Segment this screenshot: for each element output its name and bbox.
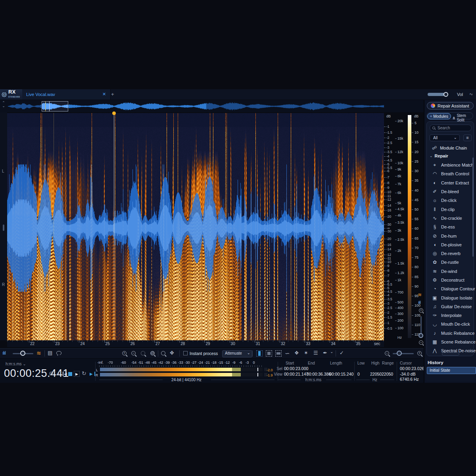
panel-resize-handle[interactable]: [442, 353, 459, 355]
comment-icon[interactable]: [56, 351, 61, 355]
zoom-reset-icon[interactable]: @: [150, 351, 155, 355]
tab-stem-split[interactable]: Stem Split: [452, 113, 473, 122]
process-mode-select[interactable]: Attenuate: [222, 350, 252, 357]
module-item-dialogue-contour[interactable]: ◔Dialogue Contour: [428, 284, 472, 293]
lasso-selection-icon[interactable]: [285, 350, 290, 357]
go-to-start-icon[interactable]: ◀: [64, 372, 67, 376]
level-meter-right[interactable]: [100, 373, 263, 376]
module-item-ambience-match[interactable]: ⌖Ambience Match: [428, 161, 472, 169]
module-list-scrollbar[interactable]: [472, 157, 474, 257]
curve-tool-icon[interactable]: [340, 350, 344, 356]
vertical-zoom-slider[interactable]: [420, 316, 422, 334]
magic-wand-icon[interactable]: [304, 350, 308, 356]
module-item-de-bleed[interactable]: ✐De-bleed: [428, 187, 472, 196]
module-item-interpolate[interactable]: ✑Interpolate: [428, 311, 472, 320]
tab-live-vocal[interactable]: Live Vocal.wav ✕: [22, 89, 111, 100]
history-item[interactable]: Initial State: [427, 367, 476, 374]
freq-range-value[interactable]: 22050: [382, 372, 393, 376]
hand-tool-icon[interactable]: [170, 350, 174, 356]
horizontal-zoom-in-icon[interactable]: +: [417, 351, 422, 355]
horizontal-zoom-out-icon[interactable]: −: [385, 351, 389, 355]
record-button[interactable]: ●: [57, 371, 60, 376]
volume-slider-knob[interactable]: [443, 92, 448, 97]
time-frequency-selection-tool[interactable]: [266, 350, 272, 357]
module-item-scene-rebalance[interactable]: ▦Scene Rebalance: [428, 338, 472, 346]
frequency-selection-tool[interactable]: [275, 350, 282, 357]
horizontal-zoom-knob[interactable]: [397, 351, 402, 356]
spectrogram-view-icon[interactable]: [36, 350, 41, 356]
colorbar-tick: [412, 315, 413, 316]
stop-button[interactable]: [68, 372, 72, 376]
clipboard-icon[interactable]: [48, 350, 52, 356]
play-to-end-button[interactable]: ▶: [90, 372, 93, 376]
brush-selection-icon[interactable]: [294, 350, 299, 356]
zoom-in-time-icon[interactable]: +: [122, 351, 127, 355]
module-item-de-plosive[interactable]: ◖De-plosive: [428, 240, 472, 249]
spectral-de-noise-icon: ⋀: [432, 348, 438, 353]
vertical-zoom-knob[interactable]: [418, 333, 423, 338]
colorbar-tick-label: 70: [415, 246, 418, 250]
monitor-icon[interactable]: [49, 371, 54, 376]
feather-dropdown-icon[interactable]: [330, 349, 333, 354]
zoom-region-icon[interactable]: [141, 351, 145, 355]
go-to-start-button[interactable]: [63, 372, 63, 376]
volume-slider[interactable]: [428, 93, 452, 96]
signal-generator-icon[interactable]: [468, 91, 474, 97]
module-item-breath-control[interactable]: ◠Breath Control: [428, 169, 472, 178]
freq-low-value[interactable]: 0: [357, 372, 360, 376]
freq-high-value[interactable]: 22050: [370, 372, 382, 376]
vertical-spectrogram-icon[interactable]: [418, 292, 422, 298]
search-input[interactable]: [437, 125, 466, 131]
module-chain-item[interactable]: Module Chain: [430, 144, 472, 152]
repair-assistant-button[interactable]: Repair Assistant: [427, 102, 474, 109]
time-selection-tool[interactable]: [256, 350, 263, 357]
module-item-de-rustle[interactable]: ✿De-rustle: [428, 258, 472, 267]
module-item-center-extract[interactable]: ◐Center Extract: [428, 178, 472, 187]
new-tab-button[interactable]: +: [111, 91, 114, 97]
module-item-de-click[interactable]: ☼De-click: [428, 196, 472, 205]
module-item-deconstruct[interactable]: ⚙Deconstruct: [428, 276, 472, 284]
module-item-music-rebalance[interactable]: ♪Music Rebalance: [428, 329, 472, 338]
module-item-de-reverb[interactable]: ◎De-reverb: [428, 249, 472, 258]
module-item-de-wind[interactable]: ≋De-wind: [428, 267, 472, 276]
module-search[interactable]: [430, 125, 472, 131]
module-item-de-clip[interactable]: ‖De-clip: [428, 205, 472, 213]
module-item-de-hum[interactable]: ⊘De-hum: [428, 231, 472, 240]
feather-tool-icon[interactable]: [323, 350, 327, 356]
category-filter-select[interactable]: All: [430, 134, 460, 141]
waveform-view-icon[interactable]: [2, 350, 6, 356]
module-item-guitar-de-noise[interactable]: ♫Guitar De-noise: [428, 302, 472, 311]
view-length-value[interactable]: 00:00:15.240: [329, 372, 353, 376]
play-selection-button[interactable]: ▶: [74, 371, 80, 377]
zoom-selection-icon[interactable]: −: [131, 351, 136, 355]
view-blend-knob[interactable]: [20, 351, 25, 356]
level-meter-left[interactable]: [100, 368, 263, 371]
sel-start-value[interactable]: 00:00:23.000: [284, 366, 308, 371]
tab-close-icon[interactable]: ✕: [102, 92, 106, 97]
vertical-zoom-in-icon[interactable]: +: [419, 308, 423, 313]
harmonic-selection-icon[interactable]: [313, 350, 318, 356]
overview-view-window[interactable]: [42, 101, 68, 111]
playhead-marker[interactable]: [112, 111, 116, 115]
playhead-line[interactable]: [114, 113, 114, 340]
magnifier-tool-icon[interactable]: [161, 351, 165, 355]
overview-expand-icon[interactable]: ⌃⌄: [1, 101, 6, 107]
repair-section-header[interactable]: Repair: [430, 154, 448, 158]
time-ruler[interactable]: 2223242526272829303132333435sec: [7, 340, 384, 347]
module-item-de-crackle[interactable]: ∿De-crackle: [428, 214, 472, 223]
module-item-de-ess[interactable]: §De-ess: [428, 223, 472, 231]
vertical-waveform-icon[interactable]: [418, 300, 420, 305]
view-end-value[interactable]: 00:00:36.386: [307, 372, 331, 376]
de-plosive-icon: ◖: [432, 242, 438, 248]
module-item-mouth-de-click[interactable]: ◡Mouth De-click: [428, 320, 472, 328]
module-item-dialogue-isolate[interactable]: ▣Dialogue Isolate: [428, 293, 472, 302]
view-start-value[interactable]: 00:00:21.147: [284, 372, 308, 376]
spectrogram-canvas[interactable]: [7, 113, 384, 340]
vertical-zoom-out-icon[interactable]: −: [419, 340, 423, 345]
loop-button[interactable]: [82, 370, 86, 376]
instant-process-checkbox[interactable]: [183, 351, 188, 355]
channel-split-handle[interactable]: [3, 225, 4, 231]
tab-modules[interactable]: Modules: [427, 113, 451, 119]
horizontal-zoom-track[interactable]: [393, 353, 414, 354]
panel-menu-button[interactable]: [463, 134, 472, 141]
